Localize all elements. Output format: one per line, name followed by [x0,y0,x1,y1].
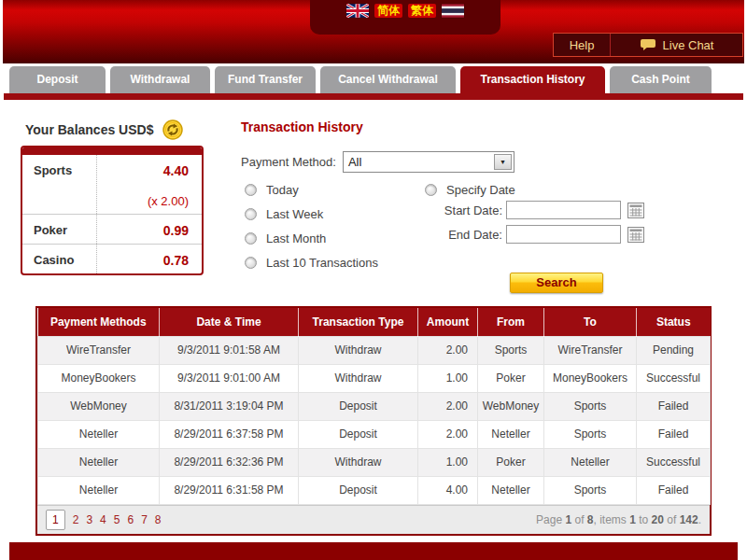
page-title: Transaction History [241,119,363,134]
table-cell: MoneyBookers [38,364,160,392]
table-row: Neteller8/29/2011 6:31:58 PMDeposit4.00N… [38,476,711,504]
period-option-last-month: Last Month [245,226,378,250]
live-chat-label: Live Chat [663,38,714,52]
table-cell: Neteller [544,448,637,476]
table-cell: 1.00 [418,448,478,476]
balance-label: Casino [22,245,97,273]
table-cell: 2.00 [418,420,478,448]
page-link-6[interactable]: 6 [127,513,134,526]
tab-transaction-history[interactable]: Transaction History [460,66,605,93]
transactions-table: Payment MethodsDate & TimeTransaction Ty… [35,306,712,536]
balances-title: Your Balances USD$ [25,122,153,137]
tab-deposit[interactable]: Deposit [9,66,106,93]
tab-withdrawal[interactable]: Withdrawal [110,66,210,93]
start-date-calendar-icon[interactable] [627,203,644,218]
table-cell: Successful [637,364,711,392]
page-link-2[interactable]: 2 [73,513,79,526]
table-cell: Failed [637,420,711,448]
table-row: WireTransfer9/3/2011 9:01:58 AMWithdraw2… [38,336,711,364]
table-header-row: Payment MethodsDate & TimeTransaction Ty… [38,308,711,336]
column-header: Amount [418,308,478,336]
period-option-last-week: Last Week [245,202,378,226]
column-header: To [544,308,637,336]
table-cell: Deposit [299,476,418,504]
specify-date-radio[interactable] [425,184,437,196]
table-row: Neteller8/29/2011 6:32:36 PMWithdraw1.00… [38,448,711,476]
help-button[interactable]: Help [554,34,611,56]
page-link-3[interactable]: 3 [86,513,92,526]
table-cell: Poker [478,364,544,392]
page-link-1[interactable]: 1 [46,510,65,530]
specify-date-option: Specify Date [425,177,515,202]
table-cell: WebMoney [38,392,160,420]
lang-simplified-chinese[interactable]: 简体 [374,4,402,18]
balance-value: 0.99 [97,215,202,244]
live-chat-button[interactable]: Live Chat [611,34,742,56]
end-date-label: End Date: [422,228,506,242]
help-chat-bar: Help Live Chat [553,33,743,57]
balance-label: Sports [22,155,97,214]
radio-button[interactable] [245,257,257,269]
table-cell: Neteller [478,420,544,448]
payment-method-select[interactable]: All ▼ [343,151,514,173]
period-option-label: Last 10 Transactions [266,256,378,270]
column-header: Payment Methods [38,308,160,336]
chevron-down-icon[interactable]: ▼ [494,154,512,170]
column-header: Transaction Type [299,308,418,336]
table-cell: Neteller [38,420,160,448]
table-cell: Deposit [299,420,418,448]
page-link-4[interactable]: 4 [100,513,106,526]
payment-method-row: Payment Method: All ▼ [241,151,514,173]
refresh-balance-icon[interactable] [162,119,183,140]
column-header: Status [637,308,711,336]
radio-button[interactable] [245,208,257,220]
tab-cash-point[interactable]: Cash Point [610,66,712,93]
english-flag-icon[interactable] [346,4,369,18]
start-date-input[interactable] [506,201,621,219]
end-date-input[interactable] [506,225,621,244]
end-date-calendar-icon[interactable] [627,227,644,243]
table-cell: Sports [544,476,637,504]
pagination-summary: Page 1 of 8, items 1 to 20 of 142. [536,513,701,526]
start-date-label: Start Date: [422,203,506,217]
end-date-row: End Date: [422,225,644,244]
tab-cancel-withdrawal[interactable]: Cancel Withdrawal [320,66,456,93]
table-cell: WireTransfer [544,336,637,364]
page-links: 12345678 [46,510,169,530]
payment-method-label: Payment Method: [241,155,336,169]
balance-row: Poker0.99 [22,214,202,244]
period-option-label: Last Week [266,207,323,221]
page-link-8[interactable]: 8 [155,513,162,526]
start-date-row: Start Date: [422,201,644,219]
page-link-7[interactable]: 7 [141,513,148,526]
pagination-bar: 12345678 Page 1 of 8, items 1 to 20 of 1… [37,505,710,534]
balance-multiplier: (x 2.00) [97,194,189,208]
balance-value: 0.78 [97,245,202,273]
table-cell: 4.00 [418,476,478,504]
table-cell: Sports [544,392,637,420]
table-cell: 9/3/2011 9:01:58 AM [160,336,299,364]
thai-flag-icon[interactable] [442,4,464,18]
table-row: WebMoney8/31/2011 3:19:04 PMDeposit2.00W… [38,392,711,420]
search-button[interactable]: Search [510,273,603,293]
balance-row: Casino0.78 [22,244,202,273]
table-cell: 8/29/2011 6:31:58 PM [160,476,299,504]
balance-label: Poker [22,215,97,244]
specify-date-label: Specify Date [446,183,515,197]
table-cell: Sports [544,420,637,448]
radio-button[interactable] [245,232,257,245]
table-row: MoneyBookers9/3/2011 9:01:00 AMWithdraw1… [38,364,711,392]
balance-panel-topbar [22,147,202,155]
lang-traditional-chinese[interactable]: 繁体 [408,4,436,18]
page-link-5[interactable]: 5 [114,513,120,526]
footer-bar [9,542,738,560]
period-option-label: Last Month [266,231,326,245]
tab-fund-transfer[interactable]: Fund Transfer [215,66,316,93]
radio-button[interactable] [245,184,257,196]
table-cell: 8/29/2011 6:32:36 PM [160,448,299,476]
table-cell: Pending [637,336,711,364]
table-cell: 8/29/2011 6:37:58 PM [160,420,299,448]
chat-bubble-icon [640,38,656,51]
payment-method-value: All [348,155,361,169]
period-options: TodayLast WeekLast MonthLast 10 Transact… [245,177,378,274]
